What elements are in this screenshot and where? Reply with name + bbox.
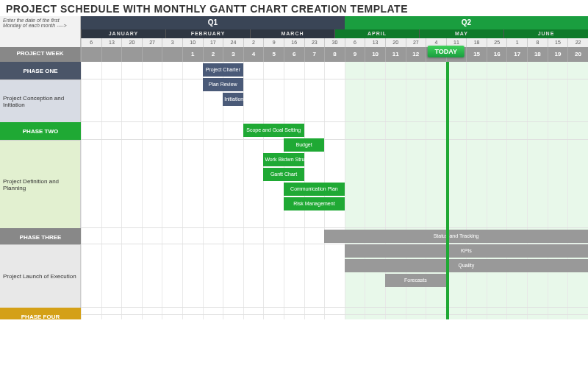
week-cell: 3 <box>223 47 243 62</box>
today-marker-line <box>446 62 449 319</box>
gantt-bar[interactable]: Work Bkdwn Structure <box>263 153 304 166</box>
week-cell: 5 <box>263 47 284 62</box>
date-cell: 25 <box>487 38 507 47</box>
today-label: TODAY <box>428 46 465 57</box>
quarter-cell: Q2 <box>345 16 588 29</box>
gantt-bar[interactable]: Budget <box>284 138 324 152</box>
date-cell: 6 <box>81 38 101 47</box>
date-cell: 20 <box>385 38 406 47</box>
phase-subtitle: Project Launch of Execution <box>0 244 81 308</box>
week-cell <box>81 47 101 62</box>
gantt-bar[interactable]: Gantt Chart <box>263 168 304 181</box>
week-cell: 4 <box>243 47 264 62</box>
week-cell: 11 <box>385 47 406 62</box>
week-cell: 9 <box>345 47 365 62</box>
phase-sidebar: PHASE ONEProject Conception and Initiati… <box>0 62 81 319</box>
date-cell: 3 <box>162 38 182 47</box>
date-cell: 6 <box>345 38 365 47</box>
week-cell: 19 <box>548 47 568 62</box>
phase-header: PHASE TWO <box>0 122 81 140</box>
phase-task-area <box>81 79 588 122</box>
gantt-bar[interactable]: Communication Plan <box>284 183 345 196</box>
month-cell: JUNE <box>503 29 588 38</box>
week-cell: 2 <box>203 47 223 62</box>
gantt-bar[interactable]: KPIs <box>345 244 588 258</box>
page-title: PROJECT SCHEDULE WITH MONTHLY GANTT CHAR… <box>0 0 588 18</box>
week-cell: 7 <box>304 47 325 62</box>
month-cell: APRIL <box>334 29 419 38</box>
date-cell: 1 <box>506 38 527 47</box>
month-row: JANUARYFEBRUARYMARCHAPRILMAYJUNE <box>81 29 588 38</box>
week-cell: 10 <box>365 47 385 62</box>
date-cell: 9 <box>263 38 284 47</box>
phase-header: PHASE ONE <box>0 62 81 79</box>
date-cell: 10 <box>182 38 203 47</box>
date-cell: 20 <box>121 38 142 47</box>
week-cell: 18 <box>527 47 548 62</box>
week-cell: 6 <box>284 47 304 62</box>
phase-header-row <box>81 122 588 140</box>
gantt-chart-area: Project CharterPlan ReviewInitiationScop… <box>81 62 588 319</box>
date-cell: 30 <box>324 38 345 47</box>
gantt-bar[interactable]: Plan Review <box>203 78 243 91</box>
phase-header-row <box>81 308 588 315</box>
date-cell: 13 <box>365 38 385 47</box>
week-cell: 1 <box>182 47 203 62</box>
gantt-bar[interactable]: Status and Tracking <box>324 230 588 243</box>
phase-header: PHASE FOUR <box>0 308 81 319</box>
quarter-row: Q1Q2 <box>81 16 588 29</box>
gantt-bar[interactable]: Project Charter <box>203 63 243 77</box>
date-cell: 24 <box>223 38 243 47</box>
week-cell <box>121 47 142 62</box>
month-cell: MARCH <box>250 29 334 38</box>
gantt-bar[interactable]: Initiation <box>223 93 243 106</box>
month-cell: MAY <box>419 29 503 38</box>
week-cell: 12 <box>406 47 426 62</box>
gantt-bar[interactable]: Risk Management <box>284 197 345 210</box>
week-cell: 16 <box>487 47 507 62</box>
date-cell: 13 <box>101 38 122 47</box>
date-cell: 17 <box>203 38 223 47</box>
date-cell: 8 <box>527 38 548 47</box>
date-cell: 2 <box>243 38 264 47</box>
gantt-bar[interactable]: Quality <box>345 259 588 272</box>
date-entry-note: Enter the date of the first Monday of ea… <box>0 16 81 47</box>
gantt-body: PHASE ONEProject Conception and Initiati… <box>0 62 588 319</box>
week-cell <box>101 47 122 62</box>
date-cell: 23 <box>304 38 325 47</box>
date-cell: 18 <box>466 38 487 47</box>
week-cell <box>142 47 162 62</box>
date-row: 6132027310172429162330613202741118251815… <box>81 38 588 47</box>
phase-subtitle: Project Definition and Planning <box>0 140 81 228</box>
gantt-bar[interactable]: Scope and Goal Setting <box>243 124 304 137</box>
week-cell: 20 <box>567 47 588 62</box>
week-cell: 8 <box>324 47 345 62</box>
month-cell: JANUARY <box>81 29 165 38</box>
timeline-columns: Q1Q2JANUARYFEBRUARYMARCHAPRILMAYJUNE6132… <box>81 16 588 62</box>
phase-header-row <box>81 62 588 79</box>
week-row: 1234567891011121314151617181920 <box>81 47 588 62</box>
phase-header: PHASE THREE <box>0 228 81 244</box>
date-cell: 27 <box>406 38 426 47</box>
timeline-header: Enter the date of the first Monday of ea… <box>0 16 588 62</box>
date-cell: 27 <box>142 38 162 47</box>
date-cell: 15 <box>548 38 568 47</box>
sidebar-header: Enter the date of the first Monday of ea… <box>0 16 81 62</box>
quarter-cell: Q1 <box>81 16 345 29</box>
month-cell: FEBRUARY <box>165 29 250 38</box>
week-cell: 15 <box>466 47 487 62</box>
gantt-bar[interactable]: Forecasts <box>385 274 446 287</box>
date-cell: 22 <box>567 38 588 47</box>
phase-subtitle: Project Conception and Initiation <box>0 79 81 122</box>
week-cell <box>162 47 182 62</box>
week-cell: 17 <box>506 47 527 62</box>
gantt-container: Enter the date of the first Monday of ea… <box>0 16 588 368</box>
date-cell: 16 <box>284 38 304 47</box>
project-week-label: PROJECT WEEK <box>0 47 81 62</box>
